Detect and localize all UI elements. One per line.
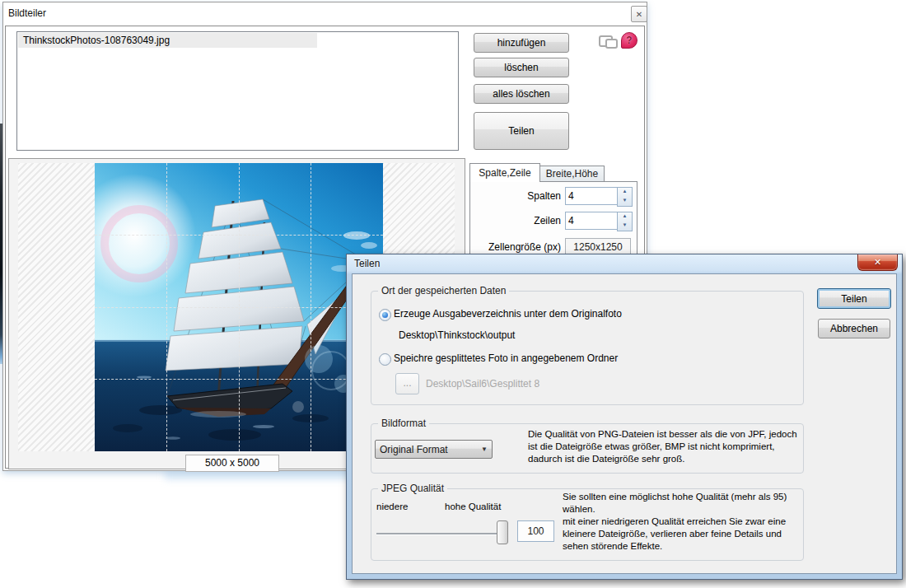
output-path: Desktop\Thinkstock\output [399,329,515,341]
location-group: Ort der gespeicherten Daten Erzeuge Ausg… [371,291,804,405]
radio-custom-folder[interactable] [379,353,391,366]
close-icon[interactable]: ✕ [631,6,647,22]
close-icon[interactable]: ✕ [857,254,898,271]
radio-label[interactable]: Erzeuge Ausgabeverzeichnis unter dem Ori… [394,308,622,320]
quality-info-line1: Sie sollten eine möglichst hohe Qualität… [563,491,800,516]
split-gridline [95,307,383,308]
format-group-label: Bildformat [378,418,429,429]
quality-group-label: JPEG Qualität [378,483,447,494]
custom-folder-path: Desktop\Sail6\Gesplittet 8 [426,378,539,390]
location-group-label: Ort der gespeicherten Daten [378,285,509,296]
dialog-title: Teilen [354,258,380,269]
browse-button[interactable]: ... [395,373,419,394]
rows-input[interactable] [565,212,619,230]
chevron-down-icon: ▼ [481,446,488,453]
split-gridline [95,379,383,380]
dialog-split-button[interactable]: Teilen [817,288,891,309]
format-info-text: Die Qualität von PNG-Dateien ist besser … [528,428,801,465]
down-arrow-icon[interactable]: ▼ [618,222,632,231]
quality-low-label: niedere [376,501,408,513]
bubble-shape [605,39,618,49]
format-dropdown-value: Original Format [380,444,448,455]
format-group: Bildformat Original Format ▼ Die Qualitä… [371,423,804,474]
tab-spalte-zeile[interactable]: Spalte,Zeile [469,163,540,182]
quality-slider-track[interactable] [376,533,508,535]
columns-input[interactable] [565,187,619,205]
dialog-client: Ort der gespeicherten Daten Erzeuge Ausg… [352,273,897,574]
add-button[interactable]: hinzufügen [474,33,569,53]
split-gridline [95,235,383,236]
help-icon[interactable]: ? [621,32,637,49]
columns-label: Spalten [470,187,561,205]
quality-slider-handle[interactable] [497,520,508,544]
delete-button[interactable]: löschen [474,58,569,77]
window-title: Bildteiler [8,7,46,19]
rows-stepper[interactable]: ▲▼ [617,212,633,231]
quality-value[interactable]: 100 [517,520,554,542]
format-dropdown[interactable]: Original Format ▼ [375,440,493,459]
quality-group: JPEG Qualität niedere hohe Qualität 100 … [371,488,804,561]
rows-label: Zeilen [470,212,561,230]
down-arrow-icon[interactable]: ▼ [618,197,632,206]
columns-stepper[interactable]: ▲▼ [617,187,633,207]
radio-label[interactable]: Speichre gesplittetes Foto in angegebene… [394,352,618,364]
quality-high-label: hohe Qualität [445,501,501,513]
preview-image [95,163,383,451]
list-item[interactable]: ThinkstockPhotos-108763049.jpg [18,33,317,48]
delete-all-button[interactable]: alles löschen [474,84,569,104]
up-arrow-icon[interactable]: ▲ [618,188,632,197]
split-button[interactable]: Teilen [474,112,569,150]
file-list[interactable]: ThinkstockPhotos-108763049.jpg [16,31,459,151]
dialog-cancel-button[interactable]: Abbrechen [818,319,890,338]
split-dialog: Teilen ✕ Ort der gespeicherten Daten Erz… [346,254,903,580]
comments-icon[interactable] [599,35,617,49]
quality-info-text: Sie sollten eine möglichst hohe Qualität… [563,491,800,553]
tab-breite-hoehe[interactable]: Breite,Höhe [539,166,605,182]
radio-output-under-original[interactable] [379,309,391,321]
up-arrow-icon[interactable]: ▲ [618,212,632,222]
quality-info-line2: mit einer niedrigeren Qualität erreichen… [563,516,800,553]
image-size-label: 5000 x 5000 [185,455,279,472]
